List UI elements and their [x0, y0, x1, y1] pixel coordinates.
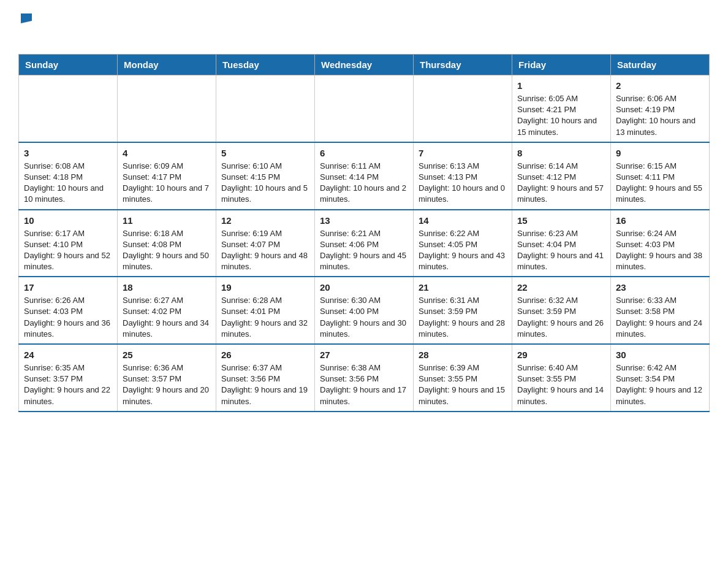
- day-info: Sunrise: 6:23 AM Sunset: 4:04 PM Dayligh…: [517, 229, 604, 272]
- calendar-cell: 23Sunrise: 6:33 AM Sunset: 3:58 PM Dayli…: [611, 277, 710, 344]
- calendar-cell: 30Sunrise: 6:42 AM Sunset: 3:54 PM Dayli…: [611, 344, 710, 412]
- weekday-header-row: SundayMondayTuesdayWednesdayThursdayFrid…: [19, 55, 710, 75]
- calendar-cell: 10Sunrise: 6:17 AM Sunset: 4:10 PM Dayli…: [19, 210, 118, 277]
- calendar-cell: 28Sunrise: 6:39 AM Sunset: 3:55 PM Dayli…: [414, 344, 512, 412]
- calendar-cell: 9Sunrise: 6:15 AM Sunset: 4:11 PM Daylig…: [611, 142, 710, 210]
- calendar-cell: 12Sunrise: 6:19 AM Sunset: 4:07 PM Dayli…: [216, 210, 315, 277]
- calendar-cell: 3Sunrise: 6:08 AM Sunset: 4:18 PM Daylig…: [19, 142, 118, 210]
- day-info: Sunrise: 6:21 AM Sunset: 4:06 PM Dayligh…: [320, 229, 406, 272]
- day-number: 15: [517, 214, 605, 227]
- day-number: 7: [419, 147, 507, 159]
- day-info: Sunrise: 6:08 AM Sunset: 4:18 PM Dayligh…: [24, 161, 104, 204]
- day-info: Sunrise: 6:10 AM Sunset: 4:15 PM Dayligh…: [221, 161, 308, 204]
- day-number: 12: [221, 214, 309, 227]
- calendar-cell: 2Sunrise: 6:06 AM Sunset: 4:19 PM Daylig…: [611, 75, 710, 142]
- day-number: 10: [24, 214, 112, 227]
- calendar-cell: [216, 75, 315, 142]
- week-row-2: 3Sunrise: 6:08 AM Sunset: 4:18 PM Daylig…: [19, 142, 710, 210]
- calendar-cell: 24Sunrise: 6:35 AM Sunset: 3:57 PM Dayli…: [19, 344, 118, 412]
- day-info: Sunrise: 6:09 AM Sunset: 4:17 PM Dayligh…: [123, 161, 209, 204]
- weekday-header-friday: Friday: [512, 55, 611, 75]
- weekday-header-monday: Monday: [118, 55, 216, 75]
- day-info: Sunrise: 6:13 AM Sunset: 4:13 PM Dayligh…: [419, 161, 505, 204]
- day-info: Sunrise: 6:32 AM Sunset: 3:59 PM Dayligh…: [517, 296, 604, 339]
- day-info: Sunrise: 6:35 AM Sunset: 3:57 PM Dayligh…: [24, 363, 110, 406]
- calendar-cell: 8Sunrise: 6:14 AM Sunset: 4:12 PM Daylig…: [512, 142, 611, 210]
- calendar-cell: 7Sunrise: 6:13 AM Sunset: 4:13 PM Daylig…: [414, 142, 512, 210]
- day-number: 4: [123, 147, 211, 159]
- day-number: 23: [616, 281, 704, 294]
- day-number: 5: [221, 147, 309, 159]
- calendar-cell: 16Sunrise: 6:24 AM Sunset: 4:03 PM Dayli…: [611, 210, 710, 277]
- day-info: Sunrise: 6:24 AM Sunset: 4:03 PM Dayligh…: [616, 229, 702, 272]
- day-number: 2: [616, 79, 704, 92]
- day-info: Sunrise: 6:19 AM Sunset: 4:07 PM Dayligh…: [221, 229, 308, 272]
- weekday-header-sunday: Sunday: [19, 55, 118, 75]
- day-info: Sunrise: 6:26 AM Sunset: 4:03 PM Dayligh…: [24, 296, 110, 339]
- week-row-1: 1Sunrise: 6:05 AM Sunset: 4:21 PM Daylig…: [19, 75, 710, 142]
- day-info: Sunrise: 6:42 AM Sunset: 3:54 PM Dayligh…: [616, 363, 702, 406]
- calendar-cell: 4Sunrise: 6:09 AM Sunset: 4:17 PM Daylig…: [118, 142, 216, 210]
- day-info: Sunrise: 6:28 AM Sunset: 4:01 PM Dayligh…: [221, 296, 308, 339]
- calendar-cell: [19, 75, 118, 142]
- day-info: Sunrise: 6:36 AM Sunset: 3:57 PM Dayligh…: [123, 363, 209, 406]
- day-info: Sunrise: 6:27 AM Sunset: 4:02 PM Dayligh…: [123, 296, 209, 339]
- calendar-cell: 26Sunrise: 6:37 AM Sunset: 3:56 PM Dayli…: [216, 344, 315, 412]
- calendar-cell: 5Sunrise: 6:10 AM Sunset: 4:15 PM Daylig…: [216, 142, 315, 210]
- calendar-cell: [414, 75, 512, 142]
- weekday-header-thursday: Thursday: [414, 55, 512, 75]
- week-row-3: 10Sunrise: 6:17 AM Sunset: 4:10 PM Dayli…: [19, 210, 710, 277]
- calendar-cell: 15Sunrise: 6:23 AM Sunset: 4:04 PM Dayli…: [512, 210, 611, 277]
- calendar-cell: 19Sunrise: 6:28 AM Sunset: 4:01 PM Dayli…: [216, 277, 315, 344]
- day-info: Sunrise: 6:18 AM Sunset: 4:08 PM Dayligh…: [123, 229, 209, 272]
- page-header: [18, 12, 710, 42]
- calendar-cell: 17Sunrise: 6:26 AM Sunset: 4:03 PM Dayli…: [19, 277, 118, 344]
- day-number: 27: [320, 348, 408, 361]
- calendar-cell: [118, 75, 216, 142]
- week-row-4: 17Sunrise: 6:26 AM Sunset: 4:03 PM Dayli…: [19, 277, 710, 344]
- logo-flag-icon: [20, 12, 33, 26]
- calendar-cell: [315, 75, 414, 142]
- day-number: 16: [616, 214, 704, 227]
- weekday-header-wednesday: Wednesday: [315, 55, 414, 75]
- day-number: 14: [419, 214, 507, 227]
- day-number: 18: [123, 281, 211, 294]
- day-info: Sunrise: 6:33 AM Sunset: 3:58 PM Dayligh…: [616, 296, 702, 339]
- logo: [18, 12, 34, 42]
- day-info: Sunrise: 6:17 AM Sunset: 4:10 PM Dayligh…: [24, 229, 110, 272]
- day-number: 19: [221, 281, 309, 294]
- day-number: 13: [320, 214, 408, 227]
- day-info: Sunrise: 6:05 AM Sunset: 4:21 PM Dayligh…: [517, 94, 597, 137]
- day-info: Sunrise: 6:38 AM Sunset: 3:56 PM Dayligh…: [320, 363, 406, 406]
- day-number: 9: [616, 147, 704, 159]
- day-number: 28: [419, 348, 507, 361]
- day-number: 22: [517, 281, 605, 294]
- calendar-cell: 29Sunrise: 6:40 AM Sunset: 3:55 PM Dayli…: [512, 344, 611, 412]
- day-info: Sunrise: 6:39 AM Sunset: 3:55 PM Dayligh…: [419, 363, 505, 406]
- day-info: Sunrise: 6:37 AM Sunset: 3:56 PM Dayligh…: [221, 363, 308, 406]
- day-number: 26: [221, 348, 309, 361]
- day-number: 20: [320, 281, 408, 294]
- day-info: Sunrise: 6:30 AM Sunset: 4:00 PM Dayligh…: [320, 296, 406, 339]
- day-info: Sunrise: 6:22 AM Sunset: 4:05 PM Dayligh…: [419, 229, 505, 272]
- calendar-cell: 18Sunrise: 6:27 AM Sunset: 4:02 PM Dayli…: [118, 277, 216, 344]
- calendar-cell: 20Sunrise: 6:30 AM Sunset: 4:00 PM Dayli…: [315, 277, 414, 344]
- day-number: 3: [24, 147, 112, 159]
- calendar-cell: 21Sunrise: 6:31 AM Sunset: 3:59 PM Dayli…: [414, 277, 512, 344]
- day-number: 25: [123, 348, 211, 361]
- calendar-cell: 13Sunrise: 6:21 AM Sunset: 4:06 PM Dayli…: [315, 210, 414, 277]
- day-number: 30: [616, 348, 704, 361]
- week-row-5: 24Sunrise: 6:35 AM Sunset: 3:57 PM Dayli…: [19, 344, 710, 412]
- calendar-table: SundayMondayTuesdayWednesdayThursdayFrid…: [18, 54, 710, 412]
- weekday-header-saturday: Saturday: [611, 55, 710, 75]
- day-number: 6: [320, 147, 408, 159]
- day-number: 21: [419, 281, 507, 294]
- day-info: Sunrise: 6:11 AM Sunset: 4:14 PM Dayligh…: [320, 161, 406, 204]
- day-info: Sunrise: 6:06 AM Sunset: 4:19 PM Dayligh…: [616, 94, 696, 137]
- calendar-cell: 14Sunrise: 6:22 AM Sunset: 4:05 PM Dayli…: [414, 210, 512, 277]
- weekday-header-tuesday: Tuesday: [216, 55, 315, 75]
- calendar-cell: 11Sunrise: 6:18 AM Sunset: 4:08 PM Dayli…: [118, 210, 216, 277]
- day-info: Sunrise: 6:15 AM Sunset: 4:11 PM Dayligh…: [616, 161, 702, 204]
- day-number: 17: [24, 281, 112, 294]
- svg-marker-0: [21, 13, 32, 23]
